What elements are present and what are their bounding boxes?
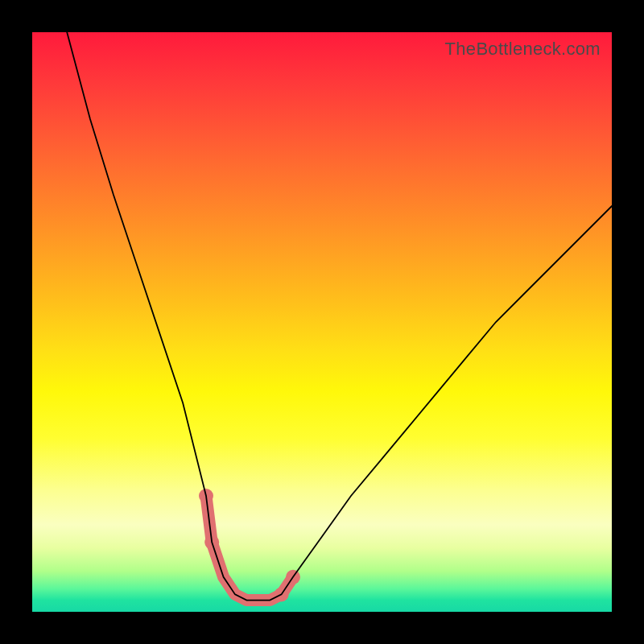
plot-area: TheBottleneck.com [32,32,612,612]
valley-marker-stroke [206,496,293,601]
chart-svg [32,32,612,612]
highlighted-markers [199,489,300,601]
bottleneck-curve [67,32,612,601]
chart-container: TheBottleneck.com [0,0,644,644]
